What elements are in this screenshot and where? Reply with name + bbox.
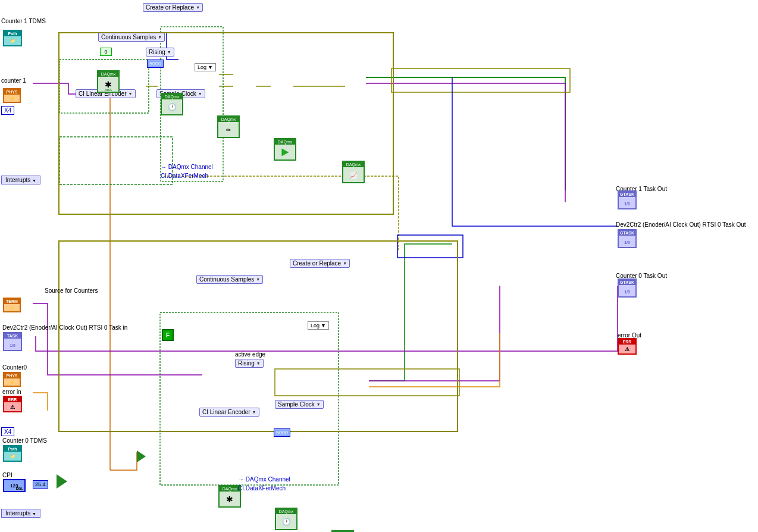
log-label-top: Log bbox=[198, 64, 206, 70]
counter1-task-out-block: GTASK 1/0 bbox=[618, 190, 637, 209]
counter0-phys-block: PHYS ⚡ bbox=[3, 372, 21, 387]
dev2ctr2-task-in-label: Dev2Ctr2 (Enoder/AI Clock Out) RTSI 0 Ta… bbox=[2, 324, 127, 331]
term-block: TERM ⚡ bbox=[3, 298, 21, 312]
svg-rect-0 bbox=[59, 137, 173, 184]
daqmx-channel-label-top: → DAQmx Channel bbox=[161, 164, 213, 170]
const-25-4-value: 25.4 bbox=[35, 481, 46, 487]
counter0-label: Counter0 bbox=[2, 364, 27, 371]
buffer-triangle-2 bbox=[137, 450, 146, 462]
error-in-block: ERR ⚠ bbox=[3, 396, 22, 412]
const-5000-top-value: 5000 bbox=[149, 61, 161, 67]
ci-data-xfer-label-bottom: CI.DataXFerMech bbox=[238, 485, 286, 492]
const-25-4: 25.4 bbox=[33, 480, 48, 489]
continuous-samples-dropdown-top[interactable]: Continuous Samples bbox=[98, 33, 165, 42]
ci-data-xfer-label-top: CI.DataXFerMech bbox=[161, 173, 208, 179]
daqmx-block-1: DAQmx ✱ ArrA bbox=[97, 70, 120, 93]
svg-rect-3 bbox=[397, 235, 463, 258]
dev2ctr2-task-out-block: GTASK 1/0 bbox=[618, 229, 637, 248]
interrupts-dropdown-bottom[interactable]: Interrupts bbox=[1, 509, 40, 518]
const-zero: 0 bbox=[100, 48, 112, 56]
interrupts-label-top: Interrupts bbox=[5, 177, 30, 183]
const-5000-bottom-value: 5000 bbox=[276, 430, 288, 436]
counter0-tdms-label: Counter 0 TDMS bbox=[2, 437, 47, 444]
counter0-task-out-block: GTASK 1/0 bbox=[618, 278, 637, 298]
sample-clock-label-bottom: Sample Clock bbox=[278, 401, 315, 408]
counter0-path-block: Path 📁 bbox=[3, 445, 22, 462]
buffer-triangle-bottom bbox=[57, 474, 67, 489]
log-block-top[interactable]: Log ▼ bbox=[195, 63, 216, 71]
rising-dropdown-top[interactable]: Rising bbox=[146, 48, 174, 57]
counter1-tdms-label: Counter 1 TDMS bbox=[1, 18, 46, 24]
continuous-samples-dropdown-bottom[interactable]: Continuous Samples bbox=[196, 275, 263, 284]
cpi-block: 123 DBL bbox=[3, 479, 26, 492]
daqmx-block-5: DAQmx 📈 bbox=[342, 161, 365, 183]
const-5000-top: 5000 bbox=[147, 60, 164, 68]
active-edge-label: active edge bbox=[235, 351, 265, 358]
x4-block-top[interactable]: X4 bbox=[1, 106, 14, 115]
svg-rect-6 bbox=[160, 312, 339, 485]
x4-label-top: X4 bbox=[4, 107, 11, 114]
daqmx-channel-label-bottom: → DAQmx Channel bbox=[238, 476, 290, 483]
log-label-bottom: Log bbox=[311, 323, 320, 328]
ci-linear-encoder-dropdown-bottom[interactable]: CI Linear Encoder bbox=[199, 408, 259, 417]
error-in-label: error in bbox=[2, 389, 21, 395]
daqmx-block-bottom-2: DAQmx 🕐 bbox=[275, 508, 297, 530]
x4-label-bottom: X4 bbox=[4, 428, 11, 435]
rising-label-top: Rising bbox=[149, 49, 165, 55]
svg-rect-1 bbox=[391, 68, 570, 92]
create-replace-dropdown-bottom[interactable]: Create or Replace bbox=[290, 259, 350, 268]
x4-block-bottom[interactable]: X4 bbox=[1, 427, 14, 436]
diagram-canvas: Counter 1 TDMS Path 📁 counter 1 PHYS ⚡ X… bbox=[0, 0, 758, 532]
create-replace-label-bottom: Create or Replace bbox=[293, 260, 341, 267]
counter1-label: counter 1 bbox=[1, 77, 26, 84]
cpi-label: CPI bbox=[2, 472, 12, 478]
error-out-block: ERR ⚠ bbox=[618, 338, 637, 355]
svg-rect-2 bbox=[275, 369, 459, 396]
const-zero-value: 0 bbox=[104, 49, 107, 55]
rising-dropdown-bottom[interactable]: Rising bbox=[235, 359, 264, 368]
f-constant-block: F bbox=[162, 329, 174, 341]
counter1-phys-block: PHYS ⚡ bbox=[3, 88, 21, 103]
counter1-path-block: Path 📁 bbox=[3, 30, 22, 46]
daqmx-block-2: DAQmx 🕐 bbox=[161, 93, 183, 115]
log-block-bottom[interactable]: Log ▼ bbox=[308, 321, 329, 330]
continuous-samples-label-bottom: Continuous Samples bbox=[199, 276, 254, 283]
svg-rect-8 bbox=[59, 241, 458, 431]
dev2ctr2-task-in-block: TASK 1/0 bbox=[3, 332, 22, 351]
dev2ctr2-task-out-label: Dev2Ctr2 (Enoder/AI Clock Out) RTSI 0 Ta… bbox=[616, 221, 746, 228]
const-5000-bottom: 5000 bbox=[274, 428, 290, 437]
daqmx-block-3: DAQmx ✏ bbox=[217, 115, 240, 138]
daqmx-block-4: DAQmx bbox=[274, 138, 296, 161]
interrupts-label-bottom: Interrupts bbox=[5, 510, 30, 517]
sample-clock-dropdown-bottom[interactable]: Sample Clock bbox=[275, 400, 324, 409]
ci-linear-encoder-label-bottom: CI Linear Encoder bbox=[202, 409, 250, 415]
rising-label-bottom: Rising bbox=[238, 360, 255, 367]
create-replace-label-top: Create or Replace bbox=[146, 4, 194, 11]
interrupts-dropdown-top[interactable]: Interrupts bbox=[1, 176, 40, 184]
continuous-samples-label-top: Continuous Samples bbox=[101, 34, 156, 40]
source-counters-label: Source for Counters bbox=[45, 287, 98, 294]
create-replace-dropdown-top[interactable]: Create or Replace bbox=[143, 3, 203, 12]
